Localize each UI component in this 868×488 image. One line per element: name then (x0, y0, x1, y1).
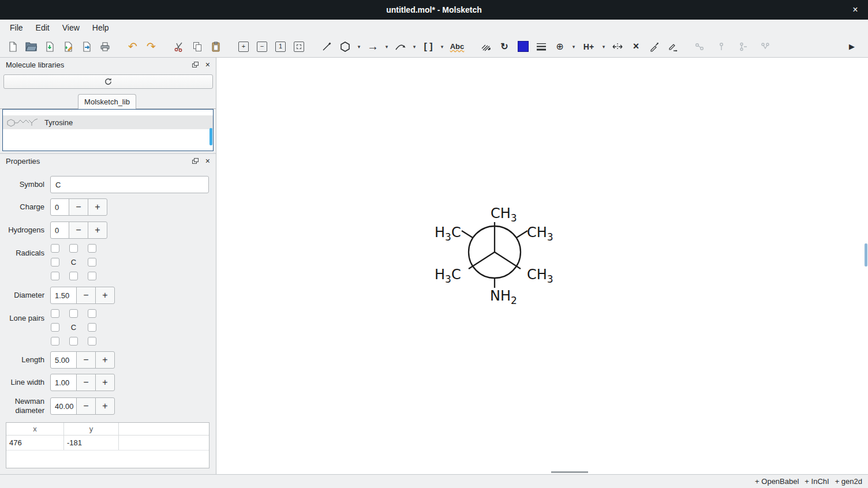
library-scrollbar[interactable] (209, 128, 212, 145)
line-width-increment-button[interactable]: + (95, 374, 115, 391)
bracket-tool-button[interactable]: [ ] (420, 39, 436, 55)
charge-decrement-button[interactable]: − (69, 198, 88, 216)
hydrogens-decrement-button[interactable]: − (69, 222, 88, 239)
color-picker-button[interactable] (515, 39, 531, 55)
list-item-tyrosine[interactable]: Tyrosine (3, 115, 213, 129)
lone-pair-checkbox[interactable] (88, 309, 96, 318)
paste-button[interactable] (208, 39, 224, 55)
charge-tool-dropdown[interactable]: ▾ (570, 39, 577, 55)
charge-tool-button[interactable]: ⊕ (552, 39, 568, 55)
radical-checkbox[interactable] (69, 244, 78, 253)
arrow-tool-dropdown[interactable]: ▾ (383, 39, 390, 55)
pen-arrow-tool-button[interactable] (646, 39, 663, 55)
charge-increment-button[interactable]: + (88, 198, 107, 216)
diameter-decrement-button[interactable]: − (76, 287, 96, 304)
y-coordinate-cell[interactable]: -181 (64, 436, 119, 450)
line-width-button[interactable] (533, 39, 549, 55)
dock-close-button[interactable]: × (205, 61, 210, 69)
dock-float-icon[interactable] (192, 62, 199, 67)
hydrogen-tool-button[interactable]: H+ (579, 39, 598, 55)
back-bond-upper-left[interactable] (462, 231, 473, 238)
newman-projection-molecule[interactable]: CH3 H3C CH3 H3C CH3 NH2 (216, 58, 868, 474)
diameter-increment-button[interactable]: + (95, 287, 115, 304)
flip-tool-button[interactable] (609, 39, 626, 55)
zoom-original-button[interactable]: 1 (272, 39, 289, 55)
radical-checkbox[interactable] (88, 258, 96, 266)
hatch-pen-tool-button[interactable] (478, 39, 494, 55)
canvas-vertical-scrollbar[interactable] (865, 243, 867, 266)
hydrogen-tool-dropdown[interactable]: ▾ (600, 39, 607, 55)
line-width-decrement-button[interactable]: − (76, 374, 96, 391)
arrow-tool-button[interactable]: → (365, 39, 381, 55)
mechanism-arrow-dropdown[interactable]: ▾ (411, 39, 418, 55)
menu-help[interactable]: Help (86, 20, 115, 36)
canvas-horizontal-scrollbar[interactable] (551, 471, 588, 473)
newman-decrement-button[interactable]: − (76, 397, 96, 415)
draw-bond-tool-button[interactable] (319, 39, 335, 55)
length-increment-button[interactable]: + (95, 351, 115, 369)
lone-pair-checkbox[interactable] (69, 309, 78, 318)
newman-increment-button[interactable]: + (95, 397, 115, 415)
rotate-tool-button[interactable]: ↻ (496, 39, 512, 55)
dock-float-icon[interactable] (192, 158, 199, 164)
atom-label-h3c-upper-left[interactable]: H3C (435, 224, 461, 243)
radical-checkbox[interactable] (88, 272, 96, 280)
ring-tool-button[interactable] (337, 39, 353, 55)
back-bond-upper-right[interactable] (517, 231, 527, 238)
lone-pair-checkbox[interactable] (69, 337, 78, 346)
x-coordinate-cell[interactable]: 476 (6, 436, 64, 450)
lone-pair-checkbox[interactable] (51, 337, 59, 346)
radical-checkbox[interactable] (51, 272, 59, 280)
cut-button[interactable] (171, 39, 187, 55)
ring-tool-dropdown[interactable]: ▾ (356, 39, 362, 55)
atom-label-ch3-top[interactable]: CH3 (491, 205, 517, 224)
lone-pair-checkbox[interactable] (51, 323, 59, 332)
drawing-canvas[interactable]: CH3 H3C CH3 H3C CH3 NH2 (216, 58, 868, 474)
menu-file[interactable]: File (3, 20, 29, 36)
line-width-input[interactable] (50, 374, 77, 391)
tab-molsketch-lib[interactable]: Molsketch_lib (78, 94, 136, 109)
zoom-in-button[interactable]: + (235, 39, 252, 55)
front-bond-lower-right[interactable] (495, 252, 521, 269)
hydrogens-input[interactable] (50, 222, 69, 239)
new-file-button[interactable] (5, 39, 21, 55)
charge-input[interactable] (50, 198, 69, 216)
library-refresh-button[interactable] (3, 74, 213, 89)
atom-label-h3c-lower-left[interactable]: H3C (435, 266, 461, 285)
delete-tool-button[interactable]: × (628, 39, 644, 55)
toolbar-extension-button[interactable]: ▶ (844, 39, 860, 55)
print-button[interactable] (97, 39, 113, 55)
hydrogens-increment-button[interactable]: + (88, 222, 107, 239)
zoom-fit-button[interactable] (291, 39, 307, 55)
atom-label-ch3-lower-right[interactable]: CH3 (527, 266, 553, 285)
newman-diameter-input[interactable] (50, 397, 77, 415)
radical-checkbox[interactable] (88, 244, 96, 253)
lone-pair-checkbox[interactable] (88, 337, 96, 346)
redo-button[interactable]: ↷ (143, 39, 159, 55)
dock-close-button[interactable]: × (205, 157, 210, 165)
menu-edit[interactable]: Edit (29, 20, 56, 36)
radical-checkbox[interactable] (51, 244, 59, 253)
zoom-out-button[interactable]: − (254, 39, 270, 55)
undo-button[interactable]: ↶ (125, 39, 141, 55)
symbol-input[interactable] (50, 176, 209, 193)
window-close-button[interactable]: × (850, 4, 861, 16)
save-button[interactable] (42, 39, 58, 55)
lone-pair-checkbox[interactable] (51, 309, 59, 318)
library-list[interactable]: Tyrosine (2, 109, 214, 151)
pen-arrow-alt-tool-button[interactable] (665, 39, 681, 55)
lone-pair-checkbox[interactable] (88, 323, 96, 332)
save-as-button[interactable] (60, 39, 76, 55)
open-file-button[interactable] (23, 39, 39, 55)
length-input[interactable] (50, 351, 77, 369)
radical-checkbox[interactable] (51, 258, 59, 266)
atom-label-ch3-upper-right[interactable]: CH3 (527, 224, 553, 243)
diameter-input[interactable] (50, 287, 77, 304)
copy-button[interactable] (189, 39, 205, 55)
atom-label-nh2-bottom[interactable]: NH2 (490, 288, 517, 306)
menu-view[interactable]: View (56, 20, 86, 36)
text-tool-button[interactable]: Abc (448, 39, 466, 55)
radical-checkbox[interactable] (69, 272, 78, 280)
mechanism-arrow-tool-button[interactable] (392, 39, 409, 55)
length-decrement-button[interactable]: − (76, 351, 96, 369)
